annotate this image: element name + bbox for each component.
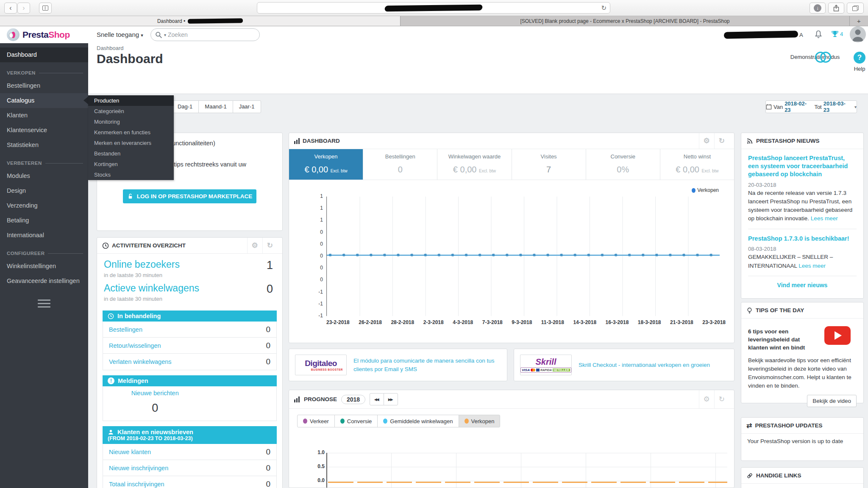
tab-forum-thread[interactable]: [SOLVED] Blank product page - Ecommerce … (401, 16, 850, 26)
browser-toolbar: ‹ › ↻ ↓ (0, 0, 868, 16)
help-button[interactable]: ? Help (847, 52, 868, 72)
sidebar-collapse-button[interactable] (38, 299, 50, 308)
browser-share-button[interactable] (828, 3, 844, 14)
search-scope-caret-icon[interactable]: ▾ (164, 33, 166, 37)
sales-chart-plot-area[interactable] (326, 197, 720, 316)
news-panel-title: PRESTASHOP NIEUWS (756, 138, 820, 144)
flyout-item-kenmerken[interactable]: Kenmerken en functies (88, 127, 174, 138)
youtube-play-button[interactable] (824, 326, 851, 345)
new-messages-link[interactable]: Nieuwe berichten (103, 390, 207, 396)
range-button-dag-1[interactable]: Dag-1 (171, 100, 199, 113)
marketplace-login-button[interactable]: LOG IN OP PRESTASHOP MARKETPLACE (123, 189, 256, 203)
user-avatar[interactable] (850, 26, 866, 42)
sidebar-item-catalogus[interactable]: Catalogus (0, 93, 88, 108)
kpi-winkelwagen-waarde[interactable]: Winkelwagen waarde € 0,00 Excl. btw (437, 149, 512, 180)
sidebar-item-statistieken[interactable]: Statistieken (0, 138, 88, 152)
activity-panel-title: ACTIVITEITEN OVERZICHT (112, 242, 186, 249)
news-article-title[interactable]: PrestaShop 1.7.3.0 is beschikbaar! (748, 235, 857, 243)
sync-icon: ⇄ (746, 421, 752, 430)
url-field[interactable]: ↻ (257, 2, 610, 14)
sidebar-item-internationaal[interactable]: Internationaal (0, 228, 88, 243)
sidebar-item-klanten[interactable]: Klanten (0, 108, 88, 123)
flyout-item-stocks[interactable]: Stocks (88, 169, 174, 180)
unlock-icon (127, 193, 134, 200)
browser-tabs-button[interactable] (847, 3, 864, 14)
new-tab-button[interactable]: + (850, 16, 868, 26)
range-button-jaar-1[interactable]: Jaar-1 (233, 100, 261, 113)
forecast-prev-button[interactable]: ◀◀ (370, 393, 384, 405)
browser-sidebar-button[interactable] (39, 3, 52, 14)
online-visitors-value: 1 (267, 259, 273, 272)
kpi-verkopen[interactable]: Verkopen € 0,00 Excl. btw (289, 149, 363, 180)
legend-label: Verkopen (697, 187, 719, 193)
sidebar-item-klantenservice[interactable]: Klantenservice (0, 123, 88, 138)
sidebar-item-design[interactable]: Design (0, 183, 88, 198)
date-range-picker[interactable]: Van 2018-02-23 Tot 2018-03-23 ▾ (765, 100, 857, 113)
gear-icon[interactable]: ⚙ (247, 238, 262, 253)
legend-button-verkopen[interactable]: Verkopen (459, 415, 501, 427)
sidebar-item-modules[interactable]: Modules (0, 169, 88, 183)
official-documentation-link[interactable]: Officiële Documentatie (741, 484, 863, 488)
active-carts-link[interactable]: Actieve winkelwagens (104, 283, 199, 294)
digitaleo-banner[interactable]: Digitaleo BUSINESS BOOSTER El módulo par… (289, 349, 507, 381)
kpi-bestellingen[interactable]: Bestellingen 0 (363, 149, 437, 180)
notifications-section-header: ! Meldingen (103, 375, 277, 386)
row-link[interactable]: Nieuwe klanten (109, 449, 151, 455)
row-link[interactable]: Totaal inschrijvingen (109, 481, 164, 488)
lightbulb-icon (746, 307, 753, 314)
online-visitors-link[interactable]: Online bezoekers (104, 259, 180, 270)
kpi-visites[interactable]: Visites 7 (512, 149, 586, 180)
refresh-icon[interactable]: ↻ (714, 390, 729, 408)
range-button-maand-1[interactable]: Maand-1 (198, 100, 233, 113)
flyout-item-kortingen[interactable]: Kortingen (88, 159, 174, 169)
legend-button-gemiddelde-winkelwagen[interactable]: Gemiddelde winkelwagen (377, 415, 459, 427)
browser-back-button[interactable]: ‹ (4, 3, 17, 14)
browser-forward-button[interactable]: › (17, 3, 30, 14)
sidebar-item-dashboard[interactable]: Dashboard (0, 47, 88, 62)
kpi-conversie[interactable]: Conversie 0% (586, 149, 660, 180)
legend-button-verkeer[interactable]: Verkeer (297, 415, 335, 427)
row-link[interactable]: Nieuwe inschrijvingen (109, 465, 168, 471)
refresh-icon[interactable]: ↻ (714, 133, 729, 149)
tips-panel: TIPS OF THE DAY 6 tips voor een levering… (741, 302, 864, 403)
watch-video-button[interactable]: Bekijk de video (807, 395, 857, 407)
sidebar-item-bestellingen[interactable]: Bestellingen (0, 78, 88, 93)
search-bar[interactable]: ▾ (150, 28, 260, 41)
find-more-news-link[interactable]: Vind meer nieuws (748, 282, 857, 288)
sidebar-item-verzending[interactable]: Verzending (0, 198, 88, 213)
sidebar-item-geavanceerde-instellingen[interactable]: Geavanceerde instellingen (0, 274, 88, 288)
gear-icon[interactable]: ⚙ (699, 390, 714, 408)
skrill-banner[interactable]: Skrill VISA RAPIDA NETELLER Skrill Check… (514, 349, 734, 381)
notifications-bell-button[interactable] (814, 30, 823, 39)
flyout-item-merken[interactable]: Merken en leveranciers (88, 138, 174, 148)
row-link[interactable]: Bestellingen (109, 326, 142, 333)
news-article-title[interactable]: PrestaShop lanceert PrestaTrust, een sys… (748, 154, 857, 178)
demo-mode-toggle[interactable]: Demonstratiemodus (783, 52, 847, 60)
digitaleo-link-text[interactable]: El módulo para comunicarte de manera sen… (353, 357, 498, 373)
achievements-button[interactable]: 4 (831, 30, 843, 38)
row-link[interactable]: Retour/wisselingen (109, 342, 161, 349)
sidebar-item-winkelinstellingen[interactable]: Winkelinstellingen (0, 259, 88, 274)
skrill-link-text[interactable]: Skrill Checkout - internationaal verkope… (579, 361, 710, 369)
lees-meer-link[interactable]: Lees meer (811, 215, 838, 222)
forecast-next-button[interactable]: ▶▶ (384, 393, 398, 405)
lees-meer-link[interactable]: Lees meer (798, 263, 826, 269)
flyout-item-categorieen[interactable]: Categorieën (88, 106, 174, 116)
refresh-icon[interactable]: ↻ (262, 238, 277, 253)
row-link[interactable]: Verlaten winkelwagens (109, 358, 172, 365)
flyout-item-producten[interactable]: Producten (88, 95, 174, 106)
gear-icon[interactable]: ⚙ (699, 133, 714, 149)
kpi-netto-winst[interactable]: Netto winst € 0,00 Excl. btw (660, 149, 734, 180)
quick-access-menu[interactable]: Snelle toegang ▾ (97, 31, 143, 38)
tab-dashboard[interactable]: Dashboard • (0, 16, 401, 26)
sidebar-item-betaling[interactable]: Betaling (0, 213, 88, 228)
flyout-item-monitoring[interactable]: Monitoring (88, 116, 174, 127)
winkelwagen-dot-icon (383, 419, 387, 424)
search-input[interactable] (168, 31, 231, 38)
updates-status-text: Your PrestaShop version is up to date (741, 434, 863, 449)
reload-icon[interactable]: ↻ (601, 4, 606, 12)
browser-downloads-button[interactable]: ↓ (810, 3, 826, 14)
prestashop-logo[interactable]: PrestaShop (0, 26, 88, 43)
flyout-item-bestanden[interactable]: Bestanden (88, 148, 174, 159)
legend-button-conversie[interactable]: Conversie (334, 415, 378, 427)
